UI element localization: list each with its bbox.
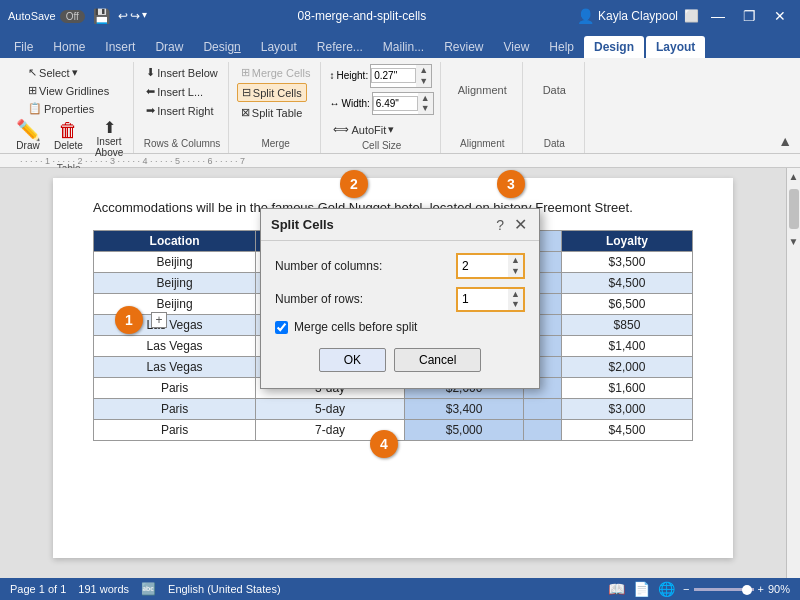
merge-cells-button[interactable]: ⊞ Merge Cells: [237, 64, 315, 81]
status-bar: Page 1 of 1 191 words 🔤 English (United …: [0, 578, 800, 600]
tab-design-doc[interactable]: Design: [193, 36, 250, 58]
autofit-icon: ⟺: [333, 123, 349, 136]
save-icon[interactable]: 💾: [93, 8, 110, 24]
cursor-icon: ↖: [28, 66, 37, 79]
view-read-icon[interactable]: 📖: [608, 581, 625, 597]
autosave-toggle[interactable]: Off: [60, 10, 85, 23]
cell-loyalty: $3,000: [561, 398, 692, 419]
columns-spinner[interactable]: ▲ ▼: [508, 255, 523, 277]
height-label: Height:: [336, 70, 368, 81]
tab-view[interactable]: View: [494, 36, 540, 58]
dialog-cancel-button[interactable]: Cancel: [394, 348, 481, 372]
title-bar: AutoSave Off 💾 ↩ ↪ ▾ 08-merge-and-split-…: [0, 0, 800, 32]
tab-insert[interactable]: Insert: [95, 36, 145, 58]
dialog-titlebar[interactable]: Split Cells ? ✕: [261, 209, 539, 241]
draw-table-icon: ✏️: [16, 120, 41, 140]
draw-button[interactable]: ✏️ Draw: [10, 117, 46, 154]
properties-icon: 📋: [28, 102, 42, 115]
close-button[interactable]: ✕: [768, 6, 792, 26]
scroll-down-button[interactable]: ▼: [789, 233, 799, 250]
select-dropdown-arrow[interactable]: ▾: [72, 66, 78, 79]
height-spinner[interactable]: ▲ ▼: [416, 65, 431, 87]
cell-loyalty: $850: [561, 314, 692, 335]
redo-button[interactable]: ↪: [130, 9, 140, 23]
select-button[interactable]: ↖ Select ▾: [24, 64, 82, 81]
tab-design-table[interactable]: Design: [584, 36, 644, 58]
table-add-button[interactable]: +: [151, 312, 167, 328]
view-layout-icon[interactable]: 📄: [633, 581, 650, 597]
tab-review[interactable]: Review: [434, 36, 493, 58]
ribbon-group-cell-size: ↕ Height: ▲ ▼ ↔ Width: ▲ ▼: [323, 62, 440, 153]
cell-loyalty: $1,400: [561, 335, 692, 356]
autofit-button[interactable]: ⟺ AutoFit ▾: [329, 121, 433, 138]
zoom-slider[interactable]: [694, 588, 754, 591]
dialog-columns-row: Number of columns: ▲ ▼: [275, 253, 525, 279]
zoom-in-button[interactable]: +: [758, 583, 764, 595]
autofit-dropdown-arrow[interactable]: ▾: [388, 123, 394, 136]
tab-references[interactable]: Refere...: [307, 36, 373, 58]
rows-input[interactable]: [458, 290, 508, 308]
merge-before-split-checkbox[interactable]: [275, 321, 288, 334]
tab-home[interactable]: Home: [43, 36, 95, 58]
user-icon: 👤: [577, 8, 594, 24]
width-input[interactable]: [373, 96, 418, 111]
columns-input[interactable]: [458, 257, 508, 275]
restore-button[interactable]: ❐: [737, 6, 762, 26]
view-gridlines-button[interactable]: ⊞ View Gridlines: [24, 82, 113, 99]
tab-draw[interactable]: Draw: [145, 36, 193, 58]
height-input[interactable]: [371, 68, 416, 83]
col-loyalty: Loyalty: [561, 230, 692, 251]
tab-layout-doc[interactable]: Layout: [251, 36, 307, 58]
view-web-icon[interactable]: 🌐: [658, 581, 675, 597]
columns-spin-down[interactable]: ▼: [508, 266, 523, 277]
insert-above-button[interactable]: ⬆ Insert Above: [91, 117, 127, 161]
cell-blank2: [524, 398, 562, 419]
dialog-title: Split Cells: [271, 217, 334, 232]
ribbon-group-data: Data Data: [525, 62, 585, 153]
cell-location: Paris: [94, 398, 256, 419]
ruler: · · · · · 1 · · · · · 2 · · · · · 3 · · …: [0, 154, 800, 168]
zoom-out-button[interactable]: −: [683, 583, 689, 595]
tab-layout-table[interactable]: Layout: [646, 36, 705, 58]
delete-button[interactable]: 🗑 Delete: [50, 117, 87, 154]
ribbon-tabs: File Home Insert Draw Design Layout Refe…: [0, 32, 800, 58]
word-count: 191 words: [78, 583, 129, 595]
rows-spin-down[interactable]: ▼: [508, 299, 523, 310]
insert-below-button[interactable]: ⬇ Insert Below: [142, 64, 222, 81]
columns-spin-up[interactable]: ▲: [508, 255, 523, 266]
split-cells-button[interactable]: ⊟ Split Cells: [237, 83, 307, 102]
zoom-slider-thumb[interactable]: [742, 585, 752, 595]
dialog-ok-button[interactable]: OK: [319, 348, 386, 372]
minimize-button[interactable]: —: [705, 6, 731, 26]
dialog-rows-row: Number of rows: ▲ ▼: [275, 287, 525, 313]
autosave-label: AutoSave: [8, 10, 56, 22]
insert-left-button[interactable]: ⬅ Insert L...: [142, 83, 207, 100]
collapse-ribbon-icon[interactable]: ▲: [778, 133, 792, 149]
ribbon-display-options[interactable]: ⬜: [684, 9, 699, 23]
tab-help[interactable]: Help: [539, 36, 584, 58]
scroll-up-button[interactable]: ▲: [789, 168, 799, 185]
undo-button[interactable]: ↩: [118, 9, 128, 23]
tab-mailings[interactable]: Mailin...: [373, 36, 434, 58]
dialog-help-button[interactable]: ?: [496, 217, 504, 233]
scroll-thumb[interactable]: [789, 189, 799, 229]
dialog-close-button[interactable]: ✕: [512, 215, 529, 234]
width-icon: ↔: [329, 98, 339, 109]
vertical-scrollbar[interactable]: ▲ ▼: [786, 168, 800, 578]
merge-cells-icon: ⊞: [241, 66, 250, 79]
split-cells-dialog: Split Cells ? ✕ Number of columns: ▲ ▼: [260, 208, 540, 389]
width-spinner[interactable]: ▲ ▼: [418, 93, 433, 115]
split-table-button[interactable]: ⊠ Split Table: [237, 104, 307, 121]
table-row: Paris 5-day $3,400 $3,000: [94, 398, 693, 419]
tab-file[interactable]: File: [4, 36, 43, 58]
callout-2: 2: [340, 170, 368, 198]
ribbon-collapse-button[interactable]: ▲: [774, 62, 796, 153]
gridlines-icon: ⊞: [28, 84, 37, 97]
cell-location: Las Vegas: [94, 335, 256, 356]
insert-right-button[interactable]: ➡ Insert Right: [142, 102, 217, 119]
properties-button[interactable]: 📋 Properties: [24, 100, 98, 117]
rows-spin-up[interactable]: ▲: [508, 289, 523, 300]
rows-spinner[interactable]: ▲ ▼: [508, 289, 523, 311]
cell-excurs: 5-day: [256, 398, 405, 419]
cell-location: Paris: [94, 377, 256, 398]
